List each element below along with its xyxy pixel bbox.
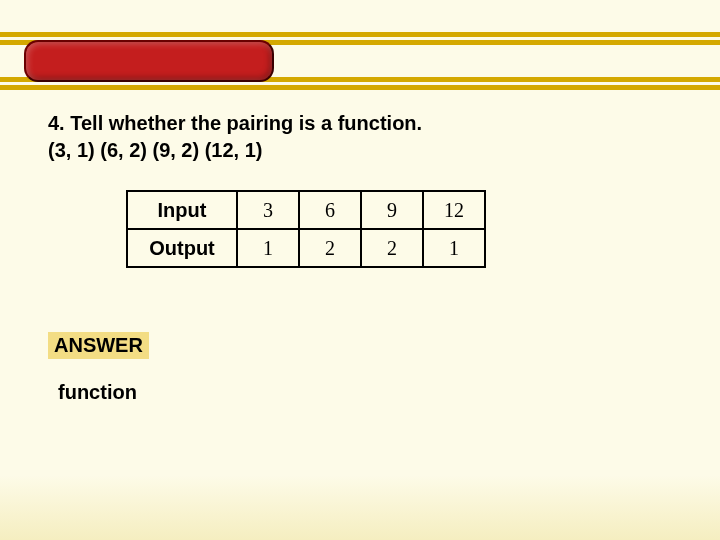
slide-content: 4. Tell whether the pairing is a functio… <box>48 110 672 404</box>
io-table-wrap: Input 3 6 9 12 Output 1 2 2 1 <box>126 190 672 268</box>
title-pill <box>24 40 274 82</box>
output-cell: 1 <box>423 229 485 267</box>
input-cell: 3 <box>237 191 299 229</box>
question-text: 4. Tell whether the pairing is a functio… <box>48 110 672 137</box>
output-label: Output <box>127 229 237 267</box>
answer-label: ANSWER <box>48 332 149 359</box>
answer-text: function <box>58 381 672 404</box>
pairs-text: (3, 1) (6, 2) (9, 2) (12, 1) <box>48 139 672 162</box>
input-cell: 9 <box>361 191 423 229</box>
input-label: Input <box>127 191 237 229</box>
output-cell: 2 <box>361 229 423 267</box>
io-table: Input 3 6 9 12 Output 1 2 2 1 <box>126 190 486 268</box>
input-cell: 6 <box>299 191 361 229</box>
table-row: Output 1 2 2 1 <box>127 229 485 267</box>
input-cell: 12 <box>423 191 485 229</box>
output-cell: 1 <box>237 229 299 267</box>
table-row: Input 3 6 9 12 <box>127 191 485 229</box>
output-cell: 2 <box>299 229 361 267</box>
